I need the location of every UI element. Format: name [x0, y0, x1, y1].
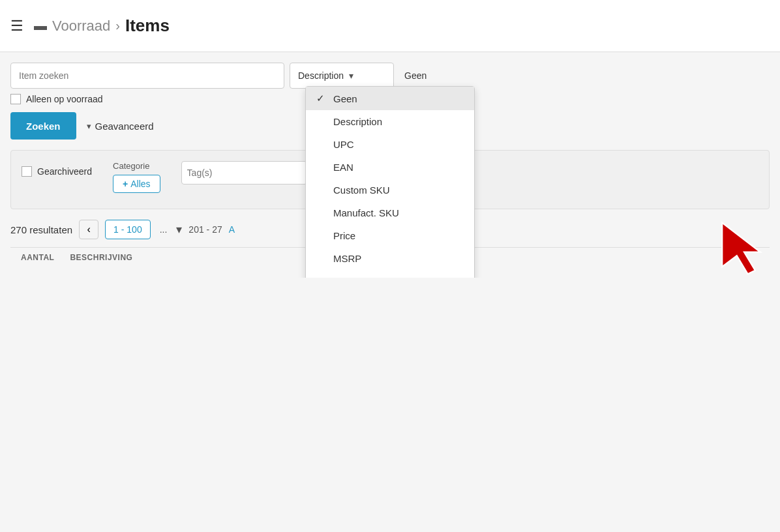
alles-label: Alles [130, 179, 150, 189]
description-dropdown-label: Description [298, 70, 344, 81]
col-header-aantal: AANTAL [21, 253, 54, 262]
dropdown-item-label: MSRP [333, 253, 361, 264]
dropdown-item-label: EAN [333, 162, 353, 173]
dropdown-item-label: UPC [333, 139, 354, 150]
archive-label: Gearchiveerd [37, 166, 92, 177]
main-content: Description ▾ Geen Alleen op voorraad Zo… [0, 52, 780, 278]
column-dropdown: ✓GeenDescriptionUPCEANCustom SKUManufact… [305, 86, 475, 278]
breadcrumb-arrow: › [115, 18, 120, 33]
categorie-field-group: Categorie + Alles [113, 161, 160, 198]
dropdown-item[interactable]: Taxable [306, 270, 474, 278]
advanced-arrow-icon: ▾ [87, 121, 91, 131]
archive-row: Gearchiveerd [22, 166, 92, 177]
search-row: Description ▾ Geen [10, 63, 770, 89]
page-a-link[interactable]: A [229, 224, 235, 235]
page-dropdown-arrow[interactable]: ▾ [176, 222, 182, 237]
page1-button[interactable]: 1 - 100 [105, 220, 151, 239]
tag-field-group [181, 161, 307, 198]
dropdown-item[interactable]: EAN [306, 156, 474, 179]
header: ☰ ▬ Voorraad › Items [0, 0, 780, 52]
stock-label: Alleen op voorraad [26, 94, 103, 104]
tag-input[interactable] [181, 161, 307, 185]
search-input[interactable] [10, 63, 284, 89]
dropdown-item[interactable]: UPC [306, 133, 474, 156]
col-header-beschrijving: BESCHRIJVING [70, 253, 132, 262]
stock-checkbox[interactable] [10, 94, 21, 104]
dropdown-arrow-icon: ▾ [349, 70, 385, 81]
dropdown-item[interactable]: ✓Geen [306, 87, 474, 110]
ellipsis[interactable]: ... [157, 224, 170, 235]
dropdown-item-label: Manufact. SKU [333, 207, 399, 218]
prev-page-button[interactable]: ‹ [79, 220, 98, 239]
alles-button[interactable]: + Alles [113, 175, 160, 193]
dropdown-item[interactable]: Manufact. SKU [306, 201, 474, 224]
description-dropdown[interactable]: Description ▾ [290, 63, 394, 89]
breadcrumb-items: Items [125, 16, 170, 36]
advanced-button[interactable]: ▾ Geavanceerd [87, 121, 154, 132]
geen-label: Geen [404, 70, 427, 81]
warehouse-icon: ▬ [34, 18, 47, 33]
dropdown-item[interactable]: MSRP [306, 247, 474, 270]
breadcrumb-voorraad: Voorraad [52, 18, 110, 35]
dropdown-item-label: Custom SKU [333, 185, 390, 196]
zoeken-button[interactable]: Zoeken [10, 112, 76, 140]
page2-label: 201 - 27 [188, 224, 222, 235]
results-count: 270 resultaten [10, 224, 72, 235]
dropdown-item-label: Geen [333, 93, 357, 104]
dropdown-item-label: Description [333, 116, 382, 127]
categorie-label: Categorie [113, 161, 160, 171]
dropdown-item-label: Taxable [333, 276, 367, 278]
alles-plus-icon: + [123, 179, 128, 189]
dropdown-item[interactable]: Custom SKU [306, 179, 474, 201]
dropdown-item-label: Price [333, 230, 355, 241]
dropdown-item[interactable]: Description [306, 110, 474, 133]
advanced-label: Geavanceerd [95, 121, 154, 132]
hamburger-icon[interactable]: ☰ [10, 18, 23, 35]
archive-field-group: Gearchiveerd [22, 161, 92, 198]
archive-checkbox[interactable] [22, 166, 32, 177]
check-mark-icon: ✓ [316, 93, 328, 104]
dropdown-item[interactable]: Price [306, 224, 474, 247]
breadcrumb: ▬ Voorraad › Items [34, 16, 170, 36]
